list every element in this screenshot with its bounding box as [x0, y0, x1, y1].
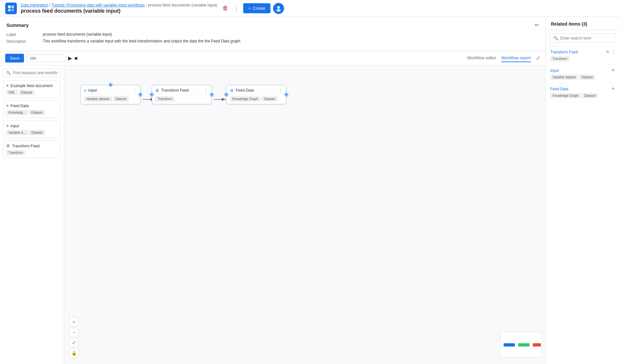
- connector-right-feed[interactable]: [285, 93, 288, 96]
- item-name: Transform Feed: [12, 144, 40, 148]
- connector-top-input[interactable]: [109, 83, 112, 86]
- related-item-feed-data: Feed Data 👁 Knowledge Graph Dataset: [546, 83, 620, 102]
- minimap-node-3: [533, 343, 541, 347]
- breadcrumb-tutorial[interactable]: Tutorial: Processing data with variable …: [52, 3, 145, 7]
- summary-label-row: Label process feed documents (variable i…: [6, 32, 539, 37]
- node-transform-menu[interactable]: ⋮: [204, 88, 208, 93]
- sidebar-item-example-feed[interactable]: ≡ Example feed document XML Dataset: [3, 80, 61, 98]
- node-feed-icon: ⚙: [230, 88, 234, 93]
- related-tag-knowledge: Knowledge Graph: [550, 93, 581, 98]
- search-icon: 🔍: [6, 71, 11, 75]
- node-input-icon: ≡: [84, 88, 87, 93]
- svg-rect-0: [8, 6, 11, 8]
- tag-dataset: Dataset: [29, 130, 45, 135]
- related-item-transform-name[interactable]: Transform Feed: [550, 50, 578, 54]
- sidebar-item-transform-feed[interactable]: ⚙ Transform Feed Transform: [3, 141, 61, 158]
- tag-transform: Transform: [155, 97, 174, 101]
- node-input[interactable]: ≡ input ⋮ Variable dataset Dataset: [80, 85, 140, 104]
- related-items-title: Related items (3): [551, 21, 587, 27]
- sidebar-item-feed-data[interactable]: ≡ Feed Data Knowledg... Dataset: [3, 100, 61, 118]
- description-field-label: Description: [6, 39, 39, 44]
- tag-transform: Transform: [6, 150, 25, 155]
- related-item-feed-name[interactable]: Feed Data: [550, 87, 568, 91]
- breadcrumb-area: Data integration / Tutorial: Processing …: [21, 3, 217, 14]
- workflow-search-box: 🔍: [3, 69, 61, 77]
- tag-dataset: Dataset: [29, 110, 44, 115]
- more-options-button[interactable]: ⋮: [232, 4, 241, 13]
- connector-right-input[interactable]: [139, 93, 142, 96]
- main-layout: Summary ✏ Label process feed documents (…: [0, 17, 620, 364]
- workflow-content: 🔍 ≡ Example feed document XML Dataset: [0, 65, 545, 364]
- zoom-out-button[interactable]: −: [69, 328, 78, 337]
- related-items-header: Related items (3): [546, 17, 620, 30]
- breadcrumb: Data integration / Tutorial: Processing …: [21, 3, 217, 7]
- related-item-input: Input 👁 Variable dataset Dataset: [546, 65, 620, 83]
- item-name: Example feed document: [11, 84, 53, 88]
- tag-dataset: Dataset: [19, 90, 34, 95]
- lock-button[interactable]: 🔒: [69, 348, 78, 358]
- related-item-input-name[interactable]: Input: [550, 68, 559, 73]
- canvas-controls: + − ⤢ 🔒: [69, 317, 78, 358]
- connector-left-transform[interactable]: [150, 93, 153, 96]
- connector-left-feed[interactable]: [225, 93, 228, 96]
- node-input-menu[interactable]: ⋮: [132, 88, 137, 93]
- node-feed-data[interactable]: ⚙ Feed Data ⋮ Knowledge Graph Dataset: [226, 85, 286, 104]
- related-item-more-button[interactable]: ⋮: [611, 50, 615, 54]
- workflow-sidebar: 🔍 ≡ Example feed document XML Dataset: [0, 65, 64, 364]
- workflow-toolbar: Save ▶ ■ Workflow editor Workflow report…: [0, 51, 545, 65]
- status-input[interactable]: [27, 54, 66, 62]
- minimap-node-2: [518, 343, 530, 347]
- item-name: input: [11, 124, 19, 128]
- breadcrumb-data-integration[interactable]: Data integration: [21, 3, 48, 7]
- related-tag-dataset: Dataset: [579, 75, 595, 80]
- tag-variable-dataset: Variable dataset: [84, 97, 112, 101]
- breadcrumb-current: process feed documents (variable input): [148, 3, 217, 7]
- workflow-tabs: Workflow editor Workflow report ⤢: [467, 54, 540, 62]
- label-field-value: process feed documents (variable input): [43, 32, 539, 37]
- tab-workflow-report[interactable]: Workflow report: [501, 54, 531, 62]
- topbar-actions: 🗑 ⋮ + Create: [221, 3, 284, 14]
- node-transform-label: Transform Feed: [161, 88, 189, 93]
- minimap-nodes: [500, 332, 542, 357]
- right-panel: Related items (3) 🔍 Transform Feed 👁 ⋮ T…: [545, 17, 620, 364]
- related-item-view-button[interactable]: 👁: [611, 68, 615, 73]
- related-item-view-button[interactable]: 👁: [606, 50, 610, 54]
- tag-variable: Variable d...: [6, 130, 28, 135]
- sidebar-item-input[interactable]: ≡ input Variable d... Dataset: [3, 120, 61, 138]
- related-search-area: 🔍: [546, 30, 620, 46]
- stop-button[interactable]: ■: [75, 55, 78, 61]
- related-item-view-button[interactable]: 👁: [611, 86, 615, 91]
- zoom-in-button[interactable]: +: [69, 317, 78, 326]
- node-input-label: input: [89, 88, 97, 93]
- description-field-value: This workflow transforms a variable inpu…: [43, 39, 539, 43]
- tag-knowledge-graph: Knowledge Graph: [230, 97, 260, 101]
- user-avatar[interactable]: [273, 3, 284, 14]
- fit-view-button[interactable]: ⤢: [69, 338, 78, 347]
- create-button[interactable]: + Create: [243, 3, 271, 13]
- svg-point-4: [277, 6, 280, 9]
- edit-summary-button[interactable]: ✏: [535, 22, 539, 28]
- play-button[interactable]: ▶: [68, 55, 72, 61]
- item-icon: ≡: [6, 83, 9, 88]
- node-transform-icon: ⚙: [155, 88, 159, 93]
- svg-point-5: [276, 9, 281, 12]
- summary-section: Summary ✏ Label process feed documents (…: [0, 17, 545, 51]
- node-transform-feed[interactable]: ⚙ Transform Feed ⋮ Transform: [152, 85, 212, 104]
- delete-button[interactable]: 🗑: [221, 4, 230, 13]
- save-button[interactable]: Save: [5, 54, 24, 63]
- minimap-node-1: [504, 343, 515, 347]
- tag-xml: XML: [6, 90, 18, 95]
- tag-knowledg: Knowledg...: [6, 110, 28, 115]
- summary-header: Summary ✏: [6, 22, 539, 28]
- expand-button[interactable]: ⤢: [536, 55, 540, 61]
- node-feed-menu[interactable]: ⋮: [278, 88, 283, 93]
- workflow-search-input[interactable]: [13, 71, 58, 75]
- related-tag-transform: Transform: [550, 56, 569, 61]
- related-search-icon: 🔍: [553, 36, 558, 40]
- related-search-input[interactable]: [560, 36, 613, 40]
- page-title: process feed documents (variable input): [21, 8, 217, 14]
- connector-right-transform[interactable]: [210, 93, 213, 96]
- tab-workflow-editor[interactable]: Workflow editor: [467, 54, 496, 62]
- label-field-label: Label: [6, 32, 39, 37]
- related-tag-variable: Variable dataset: [550, 75, 578, 80]
